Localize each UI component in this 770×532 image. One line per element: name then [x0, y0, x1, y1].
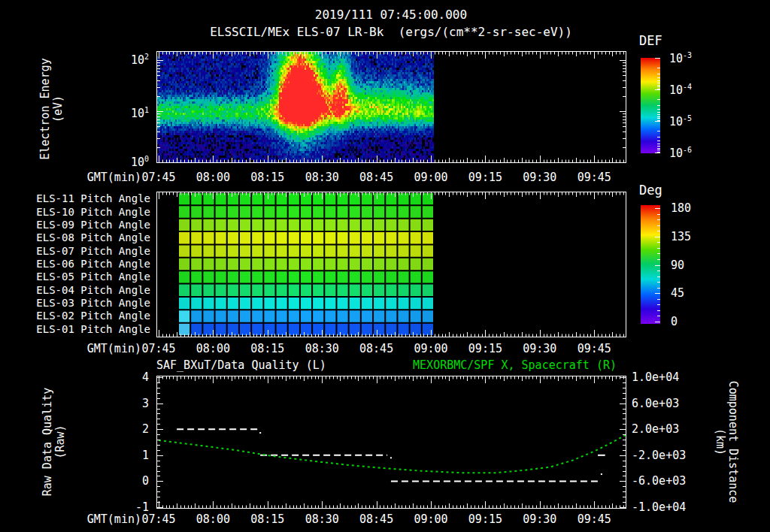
energy-tick-label: 101: [114, 106, 149, 120]
time-tick-label: 09:15: [462, 171, 508, 184]
deg-tick-label: 90: [671, 258, 708, 272]
deg-colorbar-title: Deg: [639, 183, 662, 198]
time-tick-label: 09:30: [517, 342, 562, 355]
time-tick-label: 08:30: [299, 342, 344, 355]
time-tick-label: 07:45: [136, 342, 181, 355]
pitch-row-label: ELS-01 Pitch Angle: [23, 323, 150, 335]
time-tick-label: 09:45: [571, 171, 617, 184]
distance-tick-label: -2.0e+03: [632, 449, 699, 462]
pitch-row-label: ELS-08 Pitch Angle: [23, 231, 150, 243]
deg-tick-label: 180: [671, 201, 708, 215]
deg-tick-label: 45: [671, 286, 708, 300]
time-tick-label: 09:00: [408, 512, 453, 526]
pitch-row-label: ELS-07 Pitch Angle: [23, 245, 150, 257]
def-tick-label: 10-3: [669, 51, 722, 65]
time-tick-label: 08:15: [245, 512, 290, 526]
pitch-row-label: ELS-04 Pitch Angle: [23, 284, 150, 296]
distance-tick-label: 1.0e+04: [632, 370, 699, 384]
time-tick-label: 09:00: [408, 342, 453, 355]
distance-tick-label: -1.0e+04: [632, 500, 699, 514]
time-tick-label: 09:30: [517, 171, 562, 184]
def-tick-label: 10-6: [669, 146, 722, 160]
time-tick-label: 09:00: [408, 171, 453, 184]
distance-axis-label-line2: (km): [714, 381, 726, 503]
time-tick-label: 09:45: [571, 342, 617, 355]
time-tick-label: 08:00: [190, 171, 235, 184]
time-tick-label: 08:30: [299, 171, 344, 184]
distance-axis-label: Component Distance (km): [714, 381, 739, 503]
quality-axis-label-line2: (Raw): [54, 388, 67, 497]
distance-axis-label-line1: Component Distance: [726, 381, 739, 503]
time-tick-label: 08:30: [299, 512, 344, 526]
pitch-row-label: ELS-11 Pitch Angle: [23, 192, 150, 204]
bottom-title-left: SAF_BXuT/Data Quality (L): [156, 358, 326, 372]
quality-axis-label: Raw Data Quality (Raw): [41, 388, 67, 497]
time-tick-label: 09:15: [462, 342, 508, 355]
time-tick-label: 08:45: [354, 512, 399, 526]
def-tick-label: 10-4: [669, 83, 722, 97]
gmt-axis-label: GMT(min): [75, 171, 141, 184]
pitch-row-label: ELS-02 Pitch Angle: [23, 310, 150, 322]
pitch-row-label: ELS-10 Pitch Angle: [23, 206, 150, 218]
title-instrument: ELSSCIL/MEx ELS-07 LR-Bk (ergs/(cm**2-sr…: [156, 25, 626, 39]
time-tick-label: 08:00: [190, 342, 235, 355]
energy-axis-label-line2: (eV): [52, 58, 65, 159]
gmt-axis-label: GMT(min): [75, 342, 141, 355]
energy-tick-label: 102: [114, 53, 149, 67]
quality-tick-label: -1: [114, 500, 149, 514]
title-datetime: 2019/111 07:45:00.000: [156, 8, 626, 22]
def-tick-label: 10-5: [669, 114, 722, 128]
energy-axis-label: Electron Energy (eV): [39, 58, 65, 159]
time-tick-label: 08:00: [190, 512, 235, 526]
quality-tick-label: 2: [114, 422, 149, 436]
pitch-angle-panel: [156, 192, 626, 337]
time-tick-label: 08:45: [354, 171, 399, 184]
energy-spectrogram-panel: [156, 51, 626, 163]
quality-axis-label-line1: Raw Data Quality: [41, 388, 54, 497]
pitch-row-label: ELS-03 Pitch Angle: [23, 297, 150, 309]
time-tick-label: 09:30: [517, 512, 562, 526]
time-tick-label: 09:45: [571, 512, 617, 526]
deg-tick-label: 0: [671, 315, 708, 328]
gmt-axis-label: GMT(min): [75, 512, 141, 526]
bottom-title-right: MEXORBMC/SPF X, Spacecraft (R): [413, 358, 617, 372]
bottom-panel-titles: SAF_BXuT/Data Quality (L) MEXORBMC/SPF X…: [156, 358, 626, 372]
distance-tick-label: -6.0e+03: [632, 474, 699, 488]
distance-tick-label: 6.0e+03: [632, 397, 699, 410]
colorbar-deg: [641, 205, 660, 324]
colorbar-def: [641, 58, 660, 153]
quality-tick-label: 4: [114, 370, 149, 384]
time-tick-label: 07:45: [136, 512, 181, 526]
energy-tick-label: 100: [114, 155, 149, 169]
pitch-row-label: ELS-05 Pitch Angle: [23, 271, 150, 283]
def-colorbar-title: DEF: [639, 33, 662, 48]
time-tick-label: 08:15: [245, 342, 290, 355]
quality-tick-label: 1: [114, 449, 149, 462]
energy-axis-label-line1: Electron Energy: [39, 58, 52, 159]
time-tick-label: 09:15: [462, 512, 508, 526]
quality-tick-label: 0: [114, 474, 149, 488]
deg-tick-label: 135: [671, 230, 708, 243]
quality-tick-label: 3: [114, 397, 149, 410]
time-tick-label: 07:45: [136, 171, 181, 184]
time-tick-label: 08:45: [354, 342, 399, 355]
time-tick-label: 08:15: [245, 171, 290, 184]
pitch-row-label: ELS-06 Pitch Angle: [23, 258, 150, 270]
quality-distance-panel: [156, 376, 626, 509]
pitch-row-label: ELS-09 Pitch Angle: [23, 219, 150, 231]
distance-tick-label: 2.0e+03: [632, 422, 699, 436]
